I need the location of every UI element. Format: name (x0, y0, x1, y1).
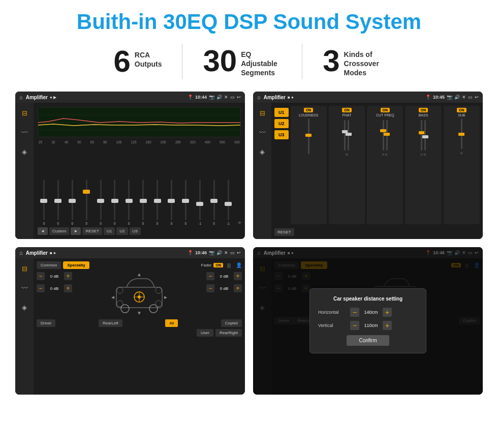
home-icon-3[interactable]: ⌂ (19, 250, 23, 256)
driver-btn-3[interactable]: Driver (37, 319, 55, 327)
db-val-tr: 0 dB (216, 274, 232, 279)
sidebar-wave-icon-2[interactable]: 〰 (256, 126, 268, 138)
eq-next-btn[interactable]: ► (71, 227, 81, 235)
db-row-tl: − 0 dB + (37, 272, 72, 280)
common-tab-3[interactable]: Common (37, 261, 61, 269)
amp-reset-row: RESET (274, 228, 480, 236)
copilot-btn-3[interactable]: Copilot (221, 319, 242, 327)
eq-u1-btn[interactable]: U1 (104, 227, 115, 235)
db-row-br: − 0 dB + (206, 284, 242, 292)
all-btn-3[interactable]: All (165, 319, 178, 327)
db-minus-bl[interactable]: − (37, 284, 45, 292)
window-icon-3[interactable]: ▭ (230, 250, 235, 255)
eq-slider-3[interactable]: 5 (80, 180, 93, 225)
home-icon-1[interactable]: ⌂ (19, 94, 23, 100)
db-val-bl: 0 dB (47, 286, 62, 291)
eq-reset-btn[interactable]: RESET (82, 227, 102, 235)
sidebar-speaker-icon-3[interactable]: ◈ (18, 301, 30, 313)
eq-slider-4[interactable]: 0 (95, 180, 107, 225)
window-icon-2[interactable]: ▭ (468, 95, 473, 100)
eq-slider-10[interactable]: 0 (179, 180, 192, 225)
location-icon-3: 📍 (188, 250, 193, 255)
amp-reset-btn[interactable]: RESET (274, 228, 294, 236)
status-dots-3: ■ ● (50, 251, 56, 255)
u2-btn[interactable]: U2 (274, 119, 289, 128)
vertical-minus-btn[interactable]: − (350, 321, 359, 330)
eq-slider-0[interactable]: 0 (38, 180, 50, 225)
eq-expand-icon[interactable]: » (236, 220, 241, 225)
bass-slider-2[interactable] (424, 120, 426, 151)
sidebar-wave-icon[interactable]: 〰 (18, 126, 30, 138)
close-icon-2[interactable]: ✕ (462, 95, 466, 100)
eq-slider-1[interactable]: 0 (52, 180, 65, 225)
location-icon-1: 📍 (188, 95, 193, 100)
time-3: 10:46 (195, 250, 207, 255)
eq-custom-btn[interactable]: Custom (49, 227, 70, 235)
app-name-3: Amplifier (26, 250, 48, 256)
db-minus-tl[interactable]: − (37, 272, 45, 280)
home-icon-2[interactable]: ⌂ (257, 94, 261, 100)
back-icon-2[interactable]: ↩ (475, 95, 479, 100)
cutfreq-slider-2[interactable] (386, 120, 388, 151)
db-plus-tr[interactable]: + (234, 272, 242, 280)
rearRight-btn-3[interactable]: RearRight (215, 329, 242, 337)
eq-slider-9[interactable]: 0 (165, 180, 178, 225)
eq-slider-6[interactable]: 0 (122, 180, 135, 225)
phat-on[interactable]: ON (342, 108, 352, 112)
person-icon: 👤 (236, 262, 242, 268)
eq-u3-btn[interactable]: U3 (130, 227, 141, 235)
eq-u2-btn[interactable]: U2 (116, 227, 128, 235)
back-icon-3[interactable]: ↩ (237, 250, 241, 255)
back-icon-1[interactable]: ↩ (237, 95, 241, 100)
eq-slider-5[interactable]: 0 (108, 180, 121, 225)
horizontal-minus-btn[interactable]: − (350, 308, 359, 317)
eq-bottom-bar: ◄ Custom ► RESET U1 U2 U3 (38, 227, 241, 235)
vertical-plus-btn[interactable]: + (383, 321, 392, 330)
specialty-tab-3[interactable]: Specialty (63, 261, 89, 269)
sidebar-eq-icon[interactable]: ⊟ (18, 107, 30, 119)
fader-on-3[interactable]: ON (213, 263, 223, 267)
sidebar-speaker-icon[interactable]: ◈ (18, 145, 30, 158)
db-minus-br[interactable]: − (206, 284, 214, 292)
confirm-button[interactable]: Confirm (347, 335, 389, 346)
svg-point-6 (117, 287, 123, 293)
eq-prev-btn[interactable]: ◄ (38, 227, 48, 235)
stat-number-eq: 30 (203, 46, 237, 76)
eq-slider-11[interactable]: -1 (194, 180, 206, 225)
sidebar-speaker-icon-2[interactable]: ◈ (256, 145, 268, 158)
phat-slider-2[interactable] (348, 120, 349, 151)
sidebar-eq-icon-2[interactable]: ⊟ (256, 107, 268, 119)
sidebar-wave-icon-3[interactable]: 〰 (18, 282, 30, 294)
eq-sliders: 0 0 0 5 (38, 146, 241, 225)
window-icon-1[interactable]: ▭ (230, 95, 235, 100)
db-plus-tl[interactable]: + (64, 272, 72, 280)
sub-slider[interactable] (461, 118, 462, 149)
cutfreq-on[interactable]: ON (381, 108, 390, 112)
eq-slider-2[interactable]: 0 (66, 180, 79, 225)
sidebar-eq-icon-3[interactable]: ⊟ (18, 262, 30, 275)
eq-slider-13[interactable]: -1 (222, 180, 235, 225)
loudness-slider[interactable] (308, 118, 309, 154)
loudness-module: ON LOUDNESS (291, 106, 327, 224)
amp-modules-row: U1 U2 U3 ON LOUDNESS (274, 106, 480, 224)
close-icon-1[interactable]: ✕ (224, 95, 228, 100)
volume-icon-1: 🔊 (216, 95, 222, 100)
eq-slider-7[interactable]: 0 (137, 180, 149, 225)
bass-on[interactable]: ON (419, 108, 428, 112)
db-minus-tr[interactable]: − (206, 272, 214, 280)
camera-icon-3: 📷 (209, 250, 214, 255)
u1-btn[interactable]: U1 (274, 108, 289, 117)
db-row-bl: − 0 dB + (37, 284, 72, 292)
rearLeft-btn-3[interactable]: RearLeft (99, 319, 122, 327)
stats-row: 6 RCAOutputs 30 EQ AdjustableSegments 3 … (15, 44, 483, 79)
u3-btn[interactable]: U3 (274, 130, 289, 139)
eq-slider-8[interactable]: 0 (151, 180, 164, 225)
eq-slider-12[interactable]: 0 (208, 180, 221, 225)
horizontal-plus-btn[interactable]: + (383, 308, 392, 317)
db-plus-bl[interactable]: + (64, 284, 72, 292)
sub-on[interactable]: ON (457, 108, 466, 112)
close-icon-3[interactable]: ✕ (224, 250, 228, 255)
user-btn-3[interactable]: User (197, 329, 213, 337)
db-plus-br[interactable]: + (234, 284, 242, 292)
loudness-on[interactable]: ON (304, 108, 314, 112)
